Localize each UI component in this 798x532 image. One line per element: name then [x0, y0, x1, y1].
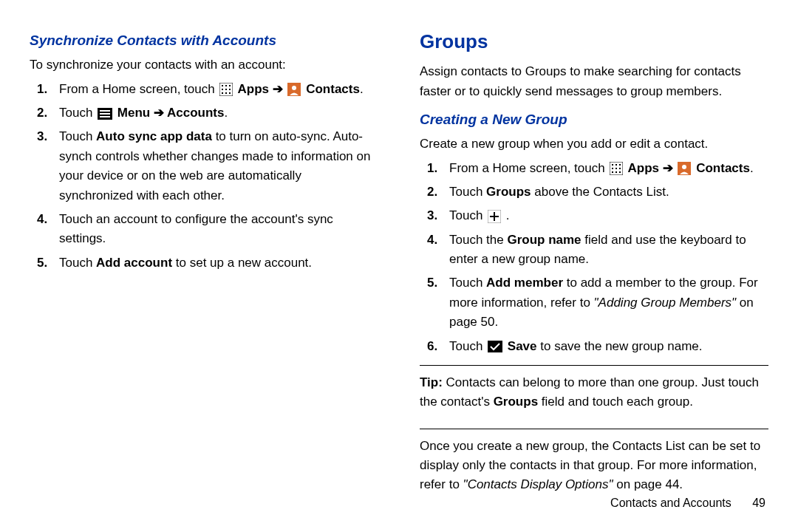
svg-rect-17: [612, 164, 613, 166]
menu-icon: [98, 108, 112, 120]
sync-intro: To synchronize your contacts with an acc…: [30, 55, 378, 75]
step-text: Touch: [59, 106, 96, 120]
group-steps: From a Home screen, touch Apps ➔ Contact…: [420, 159, 768, 356]
svg-rect-5: [225, 89, 227, 90]
creating-group-heading: Creating a New Group: [420, 109, 768, 130]
svg-rect-1: [222, 85, 223, 86]
apps-grid-icon: [610, 162, 623, 175]
svg-point-11: [292, 86, 296, 90]
sync-heading: Synchronize Contacts with Accounts: [30, 30, 378, 51]
step-text: above the Contacts List.: [531, 185, 669, 199]
list-item: Touch Save to save the new group name.: [420, 337, 768, 356]
svg-rect-4: [222, 89, 223, 90]
step-text: to set up a new account.: [172, 256, 312, 270]
contacts-icon: [287, 83, 301, 96]
step-text: Touch an account to configure the accoun…: [59, 212, 333, 245]
step-text: Touch the: [449, 233, 507, 247]
svg-point-27: [682, 165, 686, 169]
step-text: Touch: [449, 208, 486, 222]
body-text: on page 44.: [613, 477, 683, 491]
list-item: Touch Auto sync app data to turn on auto…: [30, 127, 378, 205]
footer-section: Contacts and Accounts: [610, 497, 732, 509]
svg-rect-13: [100, 110, 110, 112]
menu-accounts-label: Menu ➔ Accounts: [114, 106, 224, 120]
svg-rect-21: [615, 168, 617, 169]
svg-rect-2: [225, 85, 227, 86]
list-item: Touch the Group name field and use the k…: [420, 231, 768, 270]
svg-rect-3: [229, 85, 231, 86]
step-text: Touch: [449, 339, 486, 353]
apps-label: Apps ➔: [624, 161, 676, 175]
svg-rect-23: [612, 171, 613, 173]
step-text: Touch: [59, 129, 96, 143]
svg-rect-20: [612, 168, 613, 169]
step-text: Touch: [449, 276, 486, 290]
step-text: to save the new group name.: [537, 339, 703, 353]
adding-members-ref: "Adding Group Members": [594, 296, 737, 310]
list-item: From a Home screen, touch Apps ➔ Contact…: [30, 80, 378, 99]
step-text: .: [360, 82, 364, 96]
add-account-label: Add account: [96, 256, 172, 270]
svg-rect-15: [100, 116, 110, 117]
svg-rect-24: [615, 171, 617, 173]
page-number: 49: [752, 494, 765, 513]
list-item: Touch Add account to set up a new accoun…: [30, 253, 378, 273]
contacts-label: Contacts: [302, 82, 359, 96]
svg-rect-25: [619, 171, 621, 173]
svg-rect-8: [225, 92, 227, 94]
group-name-label: Group name: [507, 233, 581, 247]
after-tip-text: Once you create a new group, the Contact…: [420, 437, 768, 495]
add-member-label: Add member: [486, 276, 563, 290]
step-text: From a Home screen, touch: [59, 82, 218, 96]
step-text: .: [750, 161, 754, 175]
right-column: Groups Assign contacts to Groups to make…: [420, 22, 768, 532]
check-icon: [488, 341, 502, 352]
groups-label: Groups: [486, 185, 531, 199]
svg-rect-30: [490, 216, 499, 217]
list-item: Touch Groups above the Contacts List.: [420, 183, 768, 202]
plus-icon: [488, 210, 501, 223]
tip-label: Tip:: [420, 375, 443, 389]
tip-text: field and touch each group.: [538, 395, 693, 409]
creating-group-intro: Create a new group when you add or edit …: [420, 134, 768, 154]
left-column: Synchronize Contacts with Accounts To sy…: [30, 22, 378, 532]
svg-rect-18: [615, 164, 617, 166]
svg-rect-9: [229, 92, 231, 94]
contacts-label: Contacts: [692, 161, 749, 175]
tip-block: Tip: Contacts can belong to more than on…: [420, 373, 768, 420]
apps-label: Apps ➔: [234, 82, 286, 96]
step-text: Touch: [449, 185, 486, 199]
svg-rect-19: [619, 164, 621, 166]
list-item: From a Home screen, touch Apps ➔ Contact…: [420, 159, 768, 178]
apps-grid-icon: [219, 83, 233, 96]
svg-rect-6: [229, 89, 231, 90]
step-text: From a Home screen, touch: [449, 161, 608, 175]
groups-field-label: Groups: [494, 395, 538, 409]
list-item: Touch Menu ➔ Accounts.: [30, 103, 378, 123]
divider: [420, 429, 768, 429]
divider: [420, 365, 768, 366]
svg-rect-7: [222, 92, 223, 94]
list-item: Touch .: [420, 206, 768, 225]
groups-intro: Assign contacts to Groups to make search…: [420, 62, 768, 101]
contacts-icon: [678, 162, 691, 175]
save-label: Save: [508, 339, 537, 353]
list-item: Touch an account to configure the accoun…: [30, 210, 378, 249]
sync-steps: From a Home screen, touch Apps ➔ Contact…: [30, 80, 378, 273]
auto-sync-label: Auto sync app data: [96, 129, 212, 143]
step-text: .: [502, 208, 509, 222]
page-footer: Contacts and Accounts 49: [610, 494, 765, 513]
svg-rect-22: [619, 168, 621, 169]
step-text: Touch: [59, 256, 96, 270]
groups-heading: Groups: [420, 27, 768, 56]
step-text: .: [224, 106, 228, 120]
display-options-ref: "Contacts Display Options": [463, 477, 613, 491]
svg-rect-31: [488, 341, 502, 352]
list-item: Touch Add member to add a member to the …: [420, 273, 768, 332]
svg-rect-14: [100, 113, 110, 115]
